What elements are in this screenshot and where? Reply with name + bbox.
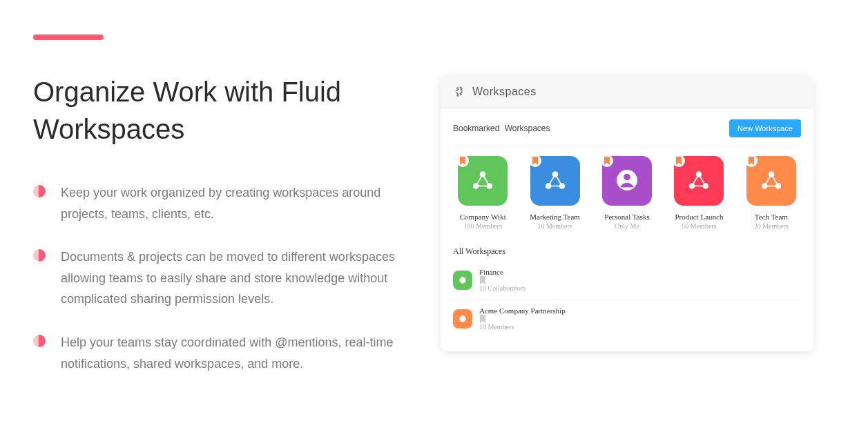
tile-icon-box [530, 156, 580, 206]
tile-icon-box [602, 156, 652, 206]
svg-line-24 [771, 174, 778, 186]
svg-line-18 [699, 174, 706, 186]
bookmark-icon[interactable] [673, 155, 685, 167]
marketing-copy: Organize Work with Fluid Workspaces Keep… [33, 35, 406, 396]
workspaces-icon [453, 86, 465, 98]
row-subtext: 10 Collaborators [479, 284, 525, 292]
row-icon [453, 309, 472, 329]
bullet-dot-icon [33, 185, 46, 197]
svg-line-17 [693, 174, 700, 186]
bookmark-icon[interactable] [479, 276, 525, 284]
all-workspaces-label: All Workspaces [453, 246, 801, 257]
panel-title: Workspaces [472, 86, 537, 98]
tile-name: Personal Tasks [597, 213, 657, 221]
tile-subtext: Only Me [597, 222, 657, 230]
bookmark-icon[interactable] [479, 315, 569, 323]
bullet-item: Documents & projects can be moved to dif… [33, 246, 406, 310]
feature-bullets: Keep your work organized by creating wor… [33, 182, 406, 374]
panel-header: Workspaces [441, 76, 813, 108]
tile-name: Tech Team [742, 213, 801, 221]
bullet-item: Keep your work organized by creating wor… [33, 182, 406, 224]
bookmark-icon[interactable] [745, 155, 758, 167]
row-subtext: 10 Members [479, 323, 569, 331]
svg-line-4 [483, 174, 490, 186]
bookmarked-label: Bookmarked Workspaces [453, 124, 553, 133]
tile-name: Company Wiki [453, 213, 512, 221]
svg-line-3 [476, 174, 483, 186]
avatar-icon [615, 168, 639, 195]
bullet-text: Documents & projects can be moved to dif… [61, 246, 406, 310]
row-name: Finance [479, 268, 525, 284]
share-icon [687, 168, 711, 194]
divider [453, 146, 801, 146]
workspace-tile[interactable]: Marketing Team10 Members [525, 156, 584, 230]
svg-point-13 [624, 173, 630, 180]
tile-icon-box [458, 156, 508, 206]
bullet-dot-icon [33, 249, 46, 262]
bookmark-icon[interactable] [529, 155, 541, 167]
tile-icon-box [746, 156, 796, 206]
svg-line-23 [764, 174, 771, 186]
tile-subtext: 20 Members [742, 222, 801, 230]
tile-icon-box [674, 156, 724, 206]
workspace-tile[interactable]: Product Launch50 Members [669, 156, 729, 230]
section-heading: Organize Work with Fluid Workspaces [33, 73, 406, 148]
share-icon [543, 168, 567, 194]
bullet-text: Help your teams stay coordinated with @m… [61, 332, 406, 374]
svg-point-26 [459, 277, 465, 283]
workspaces-panel: Workspaces Bookmarked Workspaces New Wor… [441, 76, 813, 351]
workspace-tile[interactable]: Company Wiki100 Members [453, 156, 512, 230]
new-workspace-button[interactable]: New Workspace [729, 119, 801, 137]
share-icon [760, 168, 783, 194]
row-icon [453, 271, 472, 290]
share-icon [471, 168, 494, 194]
accent-bar [33, 35, 104, 40]
workspace-tile[interactable]: Personal TasksOnly Me [597, 156, 657, 230]
tile-subtext: 10 Members [525, 222, 584, 230]
bullet-dot-icon [33, 335, 46, 347]
tile-name: Marketing Team [525, 213, 584, 221]
tile-subtext: 100 Members [453, 222, 512, 230]
svg-line-9 [548, 174, 555, 186]
tile-subtext: 50 Members [669, 222, 729, 230]
row-name: Acme Company Partnership [479, 306, 569, 323]
bookmarked-tiles: Company Wiki100 MembersMarketing Team10 … [453, 156, 801, 230]
bookmark-icon[interactable] [601, 155, 613, 167]
svg-point-27 [459, 315, 465, 322]
bullet-item: Help your teams stay coordinated with @m… [33, 332, 406, 374]
workspace-row[interactable]: Finance 10 Collaborators [453, 264, 801, 296]
bullet-text: Keep your work organized by creating wor… [61, 182, 406, 224]
workspace-tile[interactable]: Tech Team20 Members [742, 156, 801, 230]
workspace-row[interactable]: Acme Company Partnership 10 Members [453, 299, 801, 335]
svg-line-10 [555, 174, 562, 186]
bookmark-icon[interactable] [456, 155, 469, 167]
tile-name: Product Launch [669, 213, 729, 221]
